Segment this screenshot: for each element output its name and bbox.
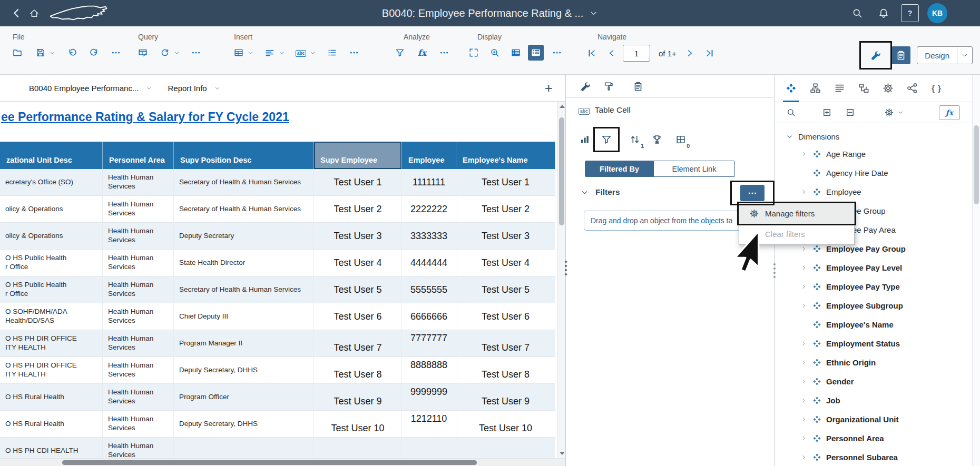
expand-chevron-icon[interactable] [801, 379, 809, 384]
tree-item-personnel-subarea[interactable]: Personnel Subarea [775, 448, 980, 466]
expand-chevron-icon[interactable] [801, 189, 809, 195]
zoom-button[interactable] [487, 45, 503, 61]
insert-visualization-button[interactable] [262, 45, 278, 61]
tab-document-structure[interactable] [807, 75, 824, 102]
table-cell[interactable]: O HS PH DIR OFFICE ITY HEALTH [0, 330, 103, 357]
insert-element-button[interactable] [324, 45, 340, 61]
table-cell[interactable]: Test User 2 [456, 196, 555, 223]
expand-chevron-icon[interactable] [801, 284, 809, 290]
tree-item-employee-pay-type[interactable]: Employee Pay Type [775, 277, 980, 296]
table-cell[interactable]: Health Human Services [103, 276, 174, 303]
analyze-more-button[interactable] [436, 45, 452, 61]
collapse-all-button[interactable] [842, 106, 858, 120]
table-cell[interactable]: Health Human Services [103, 196, 174, 223]
user-avatar[interactable]: KB [927, 3, 947, 23]
table-cell[interactable]: Test User 5 [456, 276, 555, 303]
table-cell[interactable]: Test User 7 [314, 330, 402, 357]
table-cell[interactable]: O HS Public Health r Office [0, 276, 103, 303]
refresh-button[interactable] [157, 45, 173, 61]
table-cell[interactable]: Test User 8 [314, 357, 402, 384]
tab-formulas[interactable]: { } [928, 75, 945, 102]
column-header[interactable]: Supv Employee [314, 142, 402, 169]
undo-button[interactable] [65, 45, 81, 61]
table-cell[interactable]: Test User 1 [314, 169, 402, 196]
table-cell[interactable]: Health Human Services [103, 303, 174, 330]
file-more-button[interactable] [108, 45, 124, 61]
table-cell[interactable]: Test User 8 [456, 357, 555, 384]
report-info-tab-chevron[interactable] [213, 83, 221, 93]
table-cell[interactable]: olicy & Operations [0, 223, 103, 250]
column-header[interactable]: Employee [402, 142, 456, 169]
table-cell[interactable]: Secretary of Health & Human Services [174, 276, 314, 303]
insert-visualization-chevron[interactable] [278, 45, 286, 61]
query-more-button[interactable] [188, 45, 204, 61]
formula-button[interactable]: fx [414, 45, 430, 61]
table-cell[interactable]: 7777777 [402, 330, 456, 357]
search-objects-button[interactable] [783, 106, 799, 120]
fit-screen-button[interactable] [466, 45, 482, 61]
tree-item-employment-status[interactable]: Employment Status [775, 334, 980, 353]
insert-cell-chevron[interactable] [309, 45, 317, 61]
tree-item-age-range[interactable]: Age Range [775, 144, 980, 163]
display-more-button[interactable] [549, 45, 565, 61]
table-cell[interactable]: Test User 4 [456, 250, 555, 276]
tab-input-controls[interactable] [831, 75, 848, 102]
table-cell[interactable]: Test User 2 [314, 196, 402, 223]
tab-report-info[interactable]: Report Info [168, 83, 221, 93]
tree-item-ethnic-origin[interactable]: Ethnic Origin [775, 353, 980, 372]
open-button[interactable] [9, 45, 25, 61]
tree-item-employee-pay-level[interactable]: Employee Pay Level [775, 258, 980, 277]
table-cell[interactable]: O HS Public Health r Office [0, 250, 103, 276]
table-cell[interactable]: Test User 6 [456, 303, 555, 330]
tools-button[interactable] [866, 46, 885, 64]
expand-chevron-icon[interactable] [801, 341, 809, 346]
table-cell[interactable]: 9999999 [402, 384, 456, 411]
add-report-button[interactable]: + [545, 81, 553, 95]
object-settings-chevron[interactable] [897, 105, 905, 121]
expand-chevron-icon[interactable] [801, 265, 809, 271]
clear-filters-menu-item[interactable]: Clear filters [739, 224, 854, 244]
table-cell[interactable]: O HS PH DIR OFFICE ITY HEALTH [0, 357, 103, 384]
tree-item-agency-hire-date[interactable]: Agency Hire Date [775, 163, 980, 182]
search-button[interactable] [848, 4, 866, 22]
table-cell[interactable]: Program Officer [174, 384, 314, 411]
insert-more-button[interactable] [346, 45, 362, 61]
sort-button[interactable]: 1 [627, 132, 643, 147]
expand-chevron-icon[interactable] [801, 454, 809, 460]
tab-settings[interactable] [880, 75, 896, 102]
table-cell[interactable]: State Health Director [174, 250, 314, 276]
table-cell[interactable]: Program Manager II [174, 330, 314, 357]
tree-item-organizational-unit[interactable]: Organizational Unit [775, 410, 980, 429]
vertical-scrollbar[interactable] [557, 102, 565, 458]
conditional-format-button[interactable]: 0 [673, 132, 689, 147]
splitter-grip-right[interactable] [772, 263, 777, 278]
table-cell[interactable]: Secretary of Health & Human Services [174, 169, 314, 196]
scroll-down-icon[interactable] [560, 452, 565, 455]
formula-editor-button[interactable]: ƒx [939, 105, 960, 120]
expand-chevron-icon[interactable] [801, 417, 809, 422]
manage-filters-menu-item[interactable]: Manage filters [739, 203, 854, 224]
insert-cell-button[interactable]: abc [293, 45, 309, 61]
table-cell[interactable]: Health Human Services [103, 384, 174, 411]
document-button[interactable] [630, 78, 646, 94]
collapse-chevron-icon[interactable] [785, 128, 793, 144]
objects-scroll-thumb[interactable] [974, 125, 979, 204]
objects-scrollbar[interactable] [972, 75, 980, 466]
table-cell[interactable]: O HS Rural Health [0, 384, 103, 411]
table-cell[interactable]: 1212110 [402, 411, 456, 438]
table-cell[interactable]: Deputy Secretary, DHHS [174, 357, 314, 384]
table-cell[interactable]: Chief Deputy III [174, 303, 314, 330]
expand-all-button[interactable] [819, 106, 835, 120]
last-page-button[interactable] [702, 45, 718, 61]
table-cell[interactable]: 4444444 [402, 250, 456, 276]
expand-chevron-icon[interactable] [801, 246, 809, 252]
splitter-grip-left[interactable] [564, 261, 568, 275]
table-cell[interactable]: Test User 10 [456, 411, 555, 438]
table-cell[interactable]: Health Human Services [103, 169, 174, 196]
tree-item-personnel-area[interactable]: Personnel Area [775, 429, 980, 448]
home-button[interactable] [25, 4, 43, 22]
column-header[interactable]: Personnel Area [103, 142, 174, 169]
table-cell[interactable]: Test User 3 [314, 223, 402, 250]
ranking-button[interactable] [649, 132, 665, 147]
title-dropdown-chevron-icon[interactable] [590, 9, 598, 17]
